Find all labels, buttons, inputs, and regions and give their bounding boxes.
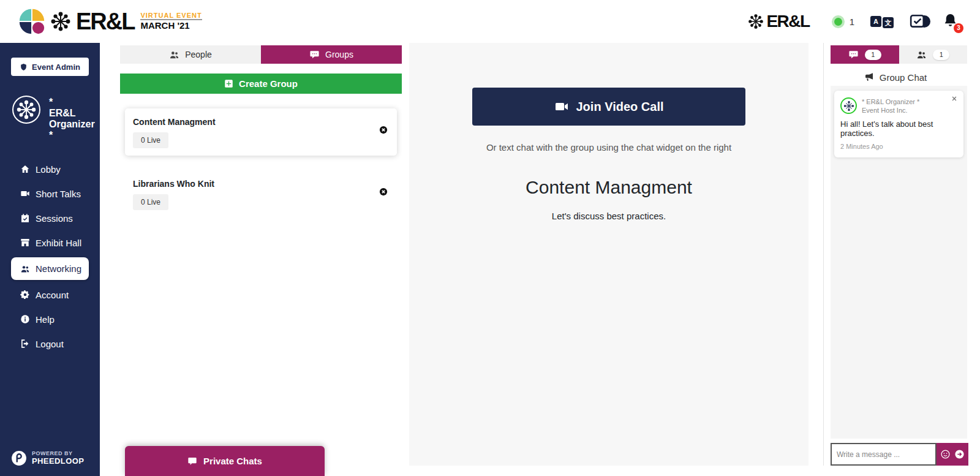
header-brand-logo: ER&L [748,12,809,31]
people-icon [20,264,30,274]
chat-bubbles-icon [309,50,320,60]
message-count-badge: 1 [865,50,881,60]
chat-bubble-icon [848,50,859,60]
event-date: MARCH '21 [140,19,202,31]
event-logo: ER&L VIRTUAL EVENT MARCH '21 [18,8,202,35]
translate-a-icon: A [870,16,881,27]
avatar [840,97,857,114]
chat-title: Group Chat [824,72,967,83]
group-detail-panel: Join Video Call Or text chat with the gr… [409,43,809,466]
event-label: VIRTUAL EVENT [140,12,202,20]
participant-count-badge: 1 [933,50,949,60]
sidebar-item-exhibit-hall[interactable]: Exhibit Hall [0,230,100,255]
people-groups-tabs: People Groups [120,45,402,64]
message-timestamp: 2 Minutes Ago [840,143,957,150]
message-meta: * ER&L Organizer * Event Host Inc. [862,97,919,115]
emoji-picker-button[interactable] [940,449,951,459]
sidebar-item-logout[interactable]: Logout [0,331,100,356]
top-bar-actions: ER&L 1 A 文 3 [748,12,962,31]
sidebar-nav: Lobby Short Talks Sessions Exhibit Hall [0,157,100,356]
live-count-badge: 0 Live [133,132,168,148]
online-count: 1 [850,17,854,27]
erl-starburst-icon [843,100,854,111]
sidebar-item-networking[interactable]: Networking [11,257,89,280]
erl-starburst-icon [748,13,764,29]
chat-message-list: * ER&L Organizer * Event Host Inc. Hi al… [831,86,967,439]
plus-square-icon [224,79,233,88]
message-author: * ER&L Organizer * [862,97,919,106]
join-video-call-button[interactable]: Join Video Call [472,88,745,126]
message-text: Hi all! Let's talk about best practices. [840,119,957,138]
powered-by-text: POWERED BY PHEEDLOOP [32,450,84,466]
polls-button[interactable] [910,13,927,29]
avatar [12,96,40,124]
notifications-button[interactable]: 3 [943,13,958,31]
event-admin-button[interactable]: Event Admin [11,58,89,76]
group-title: Content Managment [409,177,809,198]
pheedloop-icon [11,450,27,466]
translate-button[interactable]: A 文 [870,16,894,27]
home-icon [20,164,30,174]
megaphone-icon [864,72,875,83]
message-input[interactable] [831,443,937,466]
message-header: * ER&L Organizer * Event Host Inc. [840,97,957,115]
chat-actions [937,443,968,466]
video-camera-icon [20,189,30,198]
message-company: Event Host Inc. [862,106,919,115]
people-icon [916,50,927,60]
erl-colorwheel-icon [18,8,45,35]
sidebar-item-sessions[interactable]: Sessions [0,206,100,230]
user-name: * ER&L Organizer * [49,96,95,141]
top-bar: ER&L VIRTUAL EVENT MARCH '21 ER&L 1 [0,0,980,43]
remove-group-icon[interactable] [379,126,388,134]
chat-hint-text: Or text chat with the group using the ch… [409,142,809,153]
private-chats-button[interactable]: Private Chats [125,446,325,476]
gear-icon [20,290,30,300]
online-dot-icon [834,18,842,26]
group-name: Content Managment [133,117,387,127]
brand-text: ER&L [766,12,809,31]
group-name: Librarians Who Knit [133,179,387,189]
group-chat-panel: 1 1 Group Chat [823,43,967,466]
tab-chat-messages[interactable]: 1 [831,45,899,64]
check-square-icon [910,13,925,29]
people-icon [169,50,179,60]
chat-bubble-icon [187,456,197,466]
brand-text: ER&L [76,9,134,35]
chat-panel-tabs: 1 1 [831,45,967,64]
sidebar-item-account[interactable]: Account [0,282,100,307]
tab-groups[interactable]: Groups [261,45,402,64]
chat-message: * ER&L Organizer * Event Host Inc. Hi al… [834,91,963,157]
exhibit-booth-icon [20,238,30,247]
info-circle-icon [20,314,30,324]
online-presence-indicator[interactable]: 1 [834,17,854,27]
calendar-icon [20,213,30,223]
tab-chat-participants[interactable]: 1 [899,45,968,64]
notification-count-badge: 3 [954,23,963,33]
group-card-content-managment[interactable]: Content Managment 0 Live [125,108,397,156]
event-admin-label: Event Admin [32,62,80,72]
erl-starburst-icon [50,11,71,32]
live-count-badge: 0 Live [133,194,168,210]
translate-lang-icon: 文 [883,17,894,28]
group-card-librarians-who-knit[interactable]: Librarians Who Knit 0 Live [125,170,397,217]
remove-group-icon[interactable] [379,187,388,196]
shield-icon [20,63,28,71]
send-message-button[interactable] [954,449,965,459]
erl-starburst-icon [16,99,37,120]
tab-people[interactable]: People [120,45,261,64]
user-profile[interactable]: * ER&L Organizer * [12,96,92,141]
sidebar-item-short-talks[interactable]: Short Talks [0,181,100,206]
video-camera-icon [554,99,569,114]
event-info: VIRTUAL EVENT MARCH '21 [140,12,202,31]
dismiss-message-icon[interactable] [951,96,957,102]
powered-by-pheedloop-link[interactable]: POWERED BY PHEEDLOOP [11,450,84,466]
networking-list-panel: People Groups Create Group Content Manag… [120,43,402,476]
chat-input-row [831,443,968,466]
group-description: Let's discuss best practices. [409,211,809,221]
sidebar: Event Admin * ER&L Organizer * [0,43,100,476]
sidebar-item-lobby[interactable]: Lobby [0,157,100,181]
sidebar-item-help[interactable]: Help [0,307,100,331]
logout-icon [20,339,30,349]
create-group-button[interactable]: Create Group [120,74,402,94]
